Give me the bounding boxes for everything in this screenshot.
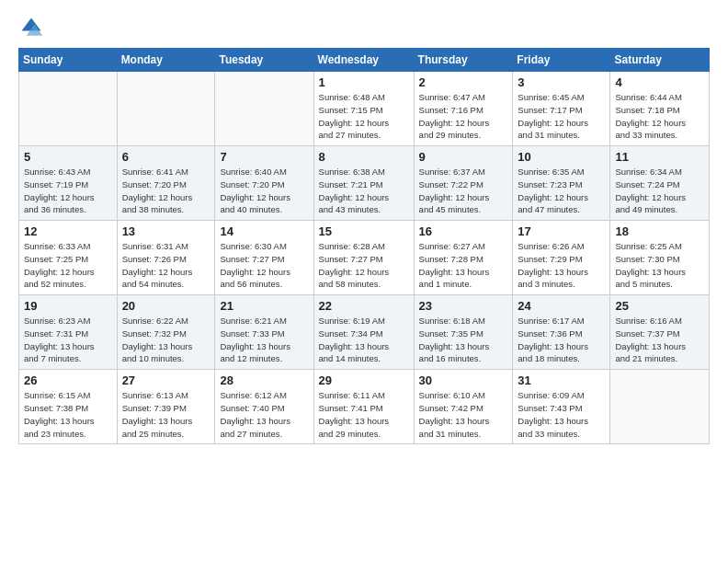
logo-icon xyxy=(18,15,44,40)
day-cell: 21Sunrise: 6:21 AM Sunset: 7:33 PM Dayli… xyxy=(215,295,313,370)
day-cell: 8Sunrise: 6:38 AM Sunset: 7:21 PM Daylig… xyxy=(313,146,414,221)
day-cell: 4Sunrise: 6:44 AM Sunset: 7:18 PM Daylig… xyxy=(610,72,710,146)
day-info: Sunrise: 6:41 AM Sunset: 7:20 PM Dayligh… xyxy=(122,166,210,216)
day-number: 31 xyxy=(518,373,605,387)
day-info: Sunrise: 6:37 AM Sunset: 7:22 PM Dayligh… xyxy=(419,166,508,216)
day-cell: 27Sunrise: 6:13 AM Sunset: 7:39 PM Dayli… xyxy=(117,370,215,444)
day-cell: 19Sunrise: 6:23 AM Sunset: 7:31 PM Dayli… xyxy=(19,295,118,370)
day-cell: 18Sunrise: 6:25 AM Sunset: 7:30 PM Dayli… xyxy=(610,221,710,295)
day-number: 30 xyxy=(419,373,508,387)
column-header-sunday: Sunday xyxy=(19,49,118,72)
day-number: 8 xyxy=(319,150,409,164)
day-cell: 26Sunrise: 6:15 AM Sunset: 7:38 PM Dayli… xyxy=(19,370,118,444)
day-number: 9 xyxy=(419,150,508,164)
day-cell xyxy=(19,72,118,146)
day-number: 5 xyxy=(24,150,112,164)
day-info: Sunrise: 6:26 AM Sunset: 7:29 PM Dayligh… xyxy=(518,240,605,291)
day-number: 26 xyxy=(24,373,112,387)
day-number: 14 xyxy=(220,224,308,238)
day-info: Sunrise: 6:40 AM Sunset: 7:20 PM Dayligh… xyxy=(220,166,308,216)
day-info: Sunrise: 6:30 AM Sunset: 7:27 PM Dayligh… xyxy=(220,240,308,291)
day-info: Sunrise: 6:35 AM Sunset: 7:23 PM Dayligh… xyxy=(518,166,605,216)
day-info: Sunrise: 6:31 AM Sunset: 7:26 PM Dayligh… xyxy=(122,240,210,291)
day-number: 7 xyxy=(220,150,308,164)
column-header-saturday: Saturday xyxy=(610,49,710,72)
day-number: 23 xyxy=(419,299,508,313)
day-cell: 11Sunrise: 6:34 AM Sunset: 7:24 PM Dayli… xyxy=(610,146,710,221)
day-info: Sunrise: 6:12 AM Sunset: 7:40 PM Dayligh… xyxy=(220,389,308,440)
week-row-4: 19Sunrise: 6:23 AM Sunset: 7:31 PM Dayli… xyxy=(19,295,710,370)
calendar-header-row: SundayMondayTuesdayWednesdayThursdayFrid… xyxy=(19,49,710,72)
day-info: Sunrise: 6:18 AM Sunset: 7:35 PM Dayligh… xyxy=(419,315,508,365)
day-info: Sunrise: 6:16 AM Sunset: 7:37 PM Dayligh… xyxy=(615,315,704,365)
column-header-tuesday: Tuesday xyxy=(215,49,313,72)
day-info: Sunrise: 6:28 AM Sunset: 7:27 PM Dayligh… xyxy=(319,240,409,291)
column-header-friday: Friday xyxy=(513,49,610,72)
day-info: Sunrise: 6:25 AM Sunset: 7:30 PM Dayligh… xyxy=(615,240,704,291)
day-number: 10 xyxy=(518,150,605,164)
column-header-wednesday: Wednesday xyxy=(313,49,414,72)
day-cell: 10Sunrise: 6:35 AM Sunset: 7:23 PM Dayli… xyxy=(513,146,610,221)
day-number: 20 xyxy=(122,299,210,313)
column-header-monday: Monday xyxy=(117,49,215,72)
day-info: Sunrise: 6:27 AM Sunset: 7:28 PM Dayligh… xyxy=(419,240,508,291)
day-info: Sunrise: 6:13 AM Sunset: 7:39 PM Dayligh… xyxy=(122,389,210,440)
day-info: Sunrise: 6:43 AM Sunset: 7:19 PM Dayligh… xyxy=(24,166,112,216)
day-cell: 22Sunrise: 6:19 AM Sunset: 7:34 PM Dayli… xyxy=(313,295,414,370)
day-info: Sunrise: 6:21 AM Sunset: 7:33 PM Dayligh… xyxy=(220,315,308,365)
day-info: Sunrise: 6:48 AM Sunset: 7:15 PM Dayligh… xyxy=(319,91,409,142)
day-cell: 24Sunrise: 6:17 AM Sunset: 7:36 PM Dayli… xyxy=(513,295,610,370)
day-info: Sunrise: 6:47 AM Sunset: 7:16 PM Dayligh… xyxy=(419,91,508,142)
day-cell: 2Sunrise: 6:47 AM Sunset: 7:16 PM Daylig… xyxy=(414,72,513,146)
day-cell: 6Sunrise: 6:41 AM Sunset: 7:20 PM Daylig… xyxy=(117,146,215,221)
header xyxy=(18,15,710,40)
day-number: 12 xyxy=(24,224,112,238)
day-cell: 3Sunrise: 6:45 AM Sunset: 7:17 PM Daylig… xyxy=(513,72,610,146)
day-cell: 12Sunrise: 6:33 AM Sunset: 7:25 PM Dayli… xyxy=(19,221,118,295)
day-number: 6 xyxy=(122,150,210,164)
day-number: 4 xyxy=(615,75,704,89)
week-row-5: 26Sunrise: 6:15 AM Sunset: 7:38 PM Dayli… xyxy=(19,370,710,444)
calendar: SundayMondayTuesdayWednesdayThursdayFrid… xyxy=(18,48,710,444)
day-info: Sunrise: 6:17 AM Sunset: 7:36 PM Dayligh… xyxy=(518,315,605,365)
day-cell: 14Sunrise: 6:30 AM Sunset: 7:27 PM Dayli… xyxy=(215,221,313,295)
day-cell: 1Sunrise: 6:48 AM Sunset: 7:15 PM Daylig… xyxy=(313,72,414,146)
day-info: Sunrise: 6:11 AM Sunset: 7:41 PM Dayligh… xyxy=(319,389,409,440)
day-number: 27 xyxy=(122,373,210,387)
day-number: 3 xyxy=(518,75,605,89)
page: SundayMondayTuesdayWednesdayThursdayFrid… xyxy=(0,0,728,454)
day-cell: 20Sunrise: 6:22 AM Sunset: 7:32 PM Dayli… xyxy=(117,295,215,370)
day-cell: 30Sunrise: 6:10 AM Sunset: 7:42 PM Dayli… xyxy=(414,370,513,444)
day-number: 25 xyxy=(615,299,704,313)
day-info: Sunrise: 6:09 AM Sunset: 7:43 PM Dayligh… xyxy=(518,389,605,440)
day-number: 28 xyxy=(220,373,308,387)
day-info: Sunrise: 6:34 AM Sunset: 7:24 PM Dayligh… xyxy=(615,166,704,216)
day-info: Sunrise: 6:15 AM Sunset: 7:38 PM Dayligh… xyxy=(24,389,112,440)
day-number: 22 xyxy=(319,299,409,313)
day-cell: 25Sunrise: 6:16 AM Sunset: 7:37 PM Dayli… xyxy=(610,295,710,370)
day-cell: 15Sunrise: 6:28 AM Sunset: 7:27 PM Dayli… xyxy=(313,221,414,295)
day-cell xyxy=(117,72,215,146)
day-info: Sunrise: 6:38 AM Sunset: 7:21 PM Dayligh… xyxy=(319,166,409,216)
day-number: 1 xyxy=(319,75,409,89)
day-number: 21 xyxy=(220,299,308,313)
day-number: 13 xyxy=(122,224,210,238)
logo xyxy=(18,15,48,40)
day-number: 29 xyxy=(319,373,409,387)
day-info: Sunrise: 6:10 AM Sunset: 7:42 PM Dayligh… xyxy=(419,389,508,440)
day-cell: 23Sunrise: 6:18 AM Sunset: 7:35 PM Dayli… xyxy=(414,295,513,370)
day-number: 2 xyxy=(419,75,508,89)
day-number: 24 xyxy=(518,299,605,313)
day-info: Sunrise: 6:22 AM Sunset: 7:32 PM Dayligh… xyxy=(122,315,210,365)
day-number: 19 xyxy=(24,299,112,313)
day-info: Sunrise: 6:33 AM Sunset: 7:25 PM Dayligh… xyxy=(24,240,112,291)
day-info: Sunrise: 6:44 AM Sunset: 7:18 PM Dayligh… xyxy=(615,91,704,142)
day-cell xyxy=(215,72,313,146)
day-cell: 29Sunrise: 6:11 AM Sunset: 7:41 PM Dayli… xyxy=(313,370,414,444)
day-cell: 16Sunrise: 6:27 AM Sunset: 7:28 PM Dayli… xyxy=(414,221,513,295)
day-number: 11 xyxy=(615,150,704,164)
day-number: 16 xyxy=(419,224,508,238)
day-cell: 17Sunrise: 6:26 AM Sunset: 7:29 PM Dayli… xyxy=(513,221,610,295)
day-cell: 5Sunrise: 6:43 AM Sunset: 7:19 PM Daylig… xyxy=(19,146,118,221)
day-number: 17 xyxy=(518,224,605,238)
